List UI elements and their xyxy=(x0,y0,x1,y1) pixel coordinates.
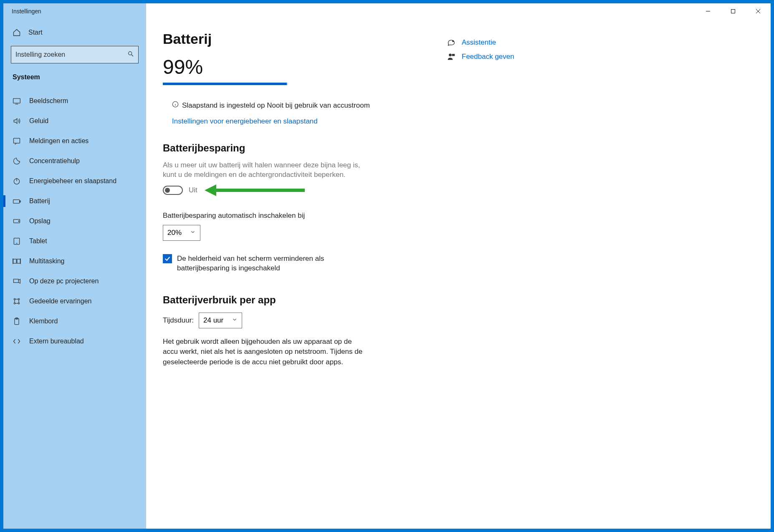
sidebar-item-sound[interactable]: Geluid xyxy=(3,111,146,131)
sidebar-item-label: Meldingen en acties xyxy=(29,137,89,145)
close-button[interactable] xyxy=(746,3,771,19)
focus-icon xyxy=(13,157,21,165)
assist-link[interactable]: Assistentie xyxy=(447,38,555,47)
sidebar-item-tablet[interactable]: Tablet xyxy=(3,231,146,251)
sidebar-item-label: Klembord xyxy=(29,318,58,325)
svg-point-23 xyxy=(18,298,19,300)
sleep-info: Slaapstand is ingesteld op Nooit bij geb… xyxy=(172,101,430,110)
sidebar-item-label: Multitasking xyxy=(29,257,64,265)
svg-rect-18 xyxy=(17,259,20,263)
home-link[interactable]: Start xyxy=(3,23,146,42)
battery-saver-toggle-row: Uit xyxy=(163,186,430,195)
body: Start Systeem Beeldscherm Geluid xyxy=(3,19,771,529)
sidebar-item-label: Energiebeheer en slaapstand xyxy=(29,177,116,185)
minimize-button[interactable] xyxy=(696,3,721,19)
search-icon xyxy=(127,50,134,59)
auto-enable-select[interactable]: 20% xyxy=(163,225,200,241)
tablet-icon xyxy=(13,237,21,245)
sidebar-item-display[interactable]: Beeldscherm xyxy=(3,91,146,111)
sidebar-item-storage[interactable]: Opslag xyxy=(3,211,146,231)
storage-icon xyxy=(13,217,21,225)
svg-rect-1 xyxy=(731,10,735,13)
svg-point-22 xyxy=(14,298,15,300)
sidebar-item-label: Batterij xyxy=(29,197,50,205)
usage-title: Batterijverbruik per app xyxy=(163,294,430,306)
sidebar-item-label: Op deze pc projecteren xyxy=(29,277,99,285)
power-settings-link[interactable]: Instellingen voor energiebeheer en slaap… xyxy=(172,117,318,126)
auto-enable-label: Batterijbesparing automatisch inschakele… xyxy=(163,212,430,220)
battery-progress xyxy=(163,83,288,85)
notifications-icon xyxy=(13,137,21,145)
sidebar-item-label: Extern bureaublad xyxy=(29,338,84,345)
chevron-down-icon xyxy=(190,229,196,237)
home-label: Start xyxy=(28,29,43,36)
sidebar-item-project[interactable]: Op deze pc projecteren xyxy=(3,271,146,291)
svg-rect-11 xyxy=(13,200,20,203)
svg-rect-17 xyxy=(13,259,17,263)
sidebar-item-power[interactable]: Energiebeheer en slaapstand xyxy=(3,171,146,191)
svg-marker-36 xyxy=(205,184,216,196)
sidebar-item-notifications[interactable]: Meldingen en acties xyxy=(3,131,146,151)
svg-point-24 xyxy=(14,303,15,304)
battery-saver-toggle[interactable] xyxy=(163,186,183,195)
battery-percentage: 99% xyxy=(163,55,430,78)
info-icon xyxy=(172,101,179,110)
window-controls xyxy=(696,3,771,19)
nav-list: Beeldscherm Geluid Meldingen en acties C… xyxy=(3,91,146,351)
svg-rect-6 xyxy=(13,98,20,103)
assist-label: Assistentie xyxy=(462,38,496,47)
minimize-icon xyxy=(706,9,711,14)
sidebar-item-shared[interactable]: Gedeelde ervaringen xyxy=(3,291,146,311)
duration-value: 24 uur xyxy=(203,316,223,325)
sidebar-item-remote[interactable]: Extern bureaublad xyxy=(3,331,146,351)
feedback-label: Feedback geven xyxy=(462,53,514,61)
svg-point-4 xyxy=(129,52,132,55)
home-icon xyxy=(13,28,21,37)
check-icon xyxy=(164,255,171,262)
titlebar: Instellingen xyxy=(3,3,771,19)
toggle-knob xyxy=(165,188,170,193)
settings-window: Instellingen Start xyxy=(3,3,771,529)
power-icon xyxy=(13,177,21,185)
duration-row: Tijdsduur: 24 uur xyxy=(163,313,430,328)
battery-saver-title: Batterijbesparing xyxy=(163,142,430,154)
svg-line-5 xyxy=(132,55,133,56)
battery-saver-state: Uit xyxy=(189,186,197,194)
window-title: Instellingen xyxy=(3,3,146,19)
page-title: Batterij xyxy=(163,31,430,47)
chevron-down-icon xyxy=(232,316,238,325)
search-input[interactable] xyxy=(15,51,127,58)
usage-desc: Het gebruik wordt alleen bijgehouden als… xyxy=(163,337,367,368)
brightness-checkbox[interactable] xyxy=(163,254,172,263)
duration-label: Tijdsduur: xyxy=(163,316,194,325)
sidebar-item-label: Gedeelde ervaringen xyxy=(29,298,91,305)
search-box[interactable] xyxy=(11,46,139,63)
svg-point-38 xyxy=(449,54,452,57)
maximize-button[interactable] xyxy=(721,3,746,19)
multitasking-icon xyxy=(13,257,21,265)
brightness-check-label: De helderheid van het scherm verminderen… xyxy=(177,254,361,273)
svg-rect-12 xyxy=(20,201,21,202)
feedback-link[interactable]: Feedback geven xyxy=(447,53,555,61)
assist-icon xyxy=(447,38,456,47)
annotation-arrow-icon xyxy=(205,183,305,198)
sidebar-item-multitasking[interactable]: Multitasking xyxy=(3,251,146,271)
duration-select[interactable]: 24 uur xyxy=(199,313,242,328)
sidebar-item-battery[interactable]: Batterij xyxy=(3,191,146,211)
brightness-check-row: De helderheid van het scherm verminderen… xyxy=(163,254,430,273)
battery-progress-fill xyxy=(163,83,287,85)
sidebar-item-clipboard[interactable]: Klembord xyxy=(3,311,146,331)
svg-rect-39 xyxy=(452,54,455,56)
sound-icon xyxy=(13,117,21,125)
maximize-icon xyxy=(731,9,736,14)
svg-point-37 xyxy=(452,40,454,42)
close-icon xyxy=(756,9,761,14)
sidebar: Start Systeem Beeldscherm Geluid xyxy=(3,19,146,529)
sidebar-item-label: Geluid xyxy=(29,117,48,125)
auto-enable-value: 20% xyxy=(167,229,182,237)
content: Batterij 99% Slaapstand is ingesteld op … xyxy=(146,19,771,529)
sidebar-category: Systeem xyxy=(3,69,146,87)
sleep-info-text: Slaapstand is ingesteld op Nooit bij geb… xyxy=(182,101,370,110)
sidebar-item-focus[interactable]: Concentratiehulp xyxy=(3,151,146,171)
shared-icon xyxy=(13,297,21,305)
